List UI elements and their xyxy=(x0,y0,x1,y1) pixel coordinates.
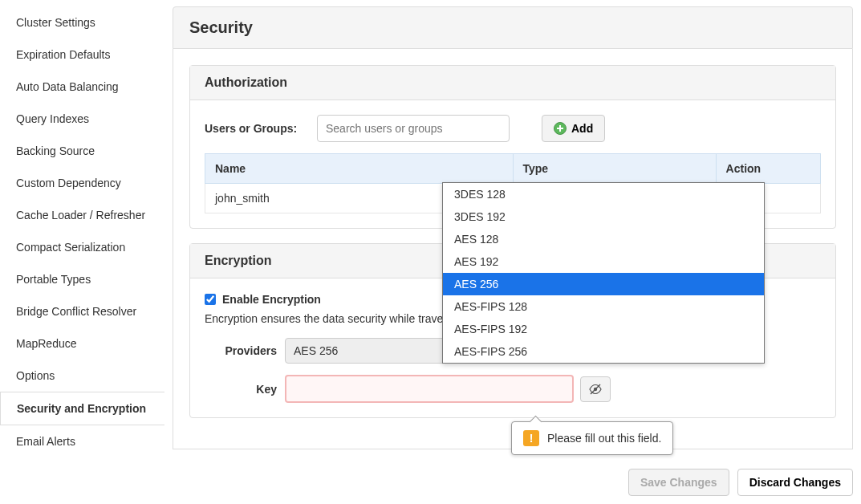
key-input[interactable] xyxy=(285,375,574,403)
tooltip-message: Please fill out this field. xyxy=(547,432,661,445)
users-groups-search-input[interactable] xyxy=(317,115,510,142)
dropdown-option-aes-fips-192[interactable]: AES-FIPS 192 xyxy=(443,318,764,340)
dropdown-option-aes-192[interactable]: AES 192 xyxy=(443,250,764,273)
providers-dropdown: 3DES 128 3DES 192 AES 128 AES 192 AES 25… xyxy=(442,182,765,364)
dropdown-option-3des-128[interactable]: 3DES 128 xyxy=(443,183,764,205)
users-groups-label: Users or Groups: xyxy=(205,122,317,135)
warning-icon: ! xyxy=(523,430,539,446)
save-changes-button[interactable]: Save Changes xyxy=(628,469,729,496)
sidebar-item-bridge-conflict-resolver[interactable]: Bridge Conflict Resolver xyxy=(0,295,164,327)
add-user-button[interactable]: Add xyxy=(542,115,605,142)
dropdown-option-aes-fips-256[interactable]: AES-FIPS 256 xyxy=(443,340,764,363)
footer-actions: Save Changes Discard Changes xyxy=(628,469,853,496)
eye-off-icon xyxy=(589,383,602,396)
sidebar-item-cluster-settings[interactable]: Cluster Settings xyxy=(0,6,164,39)
enable-encryption-checkbox[interactable] xyxy=(205,294,216,305)
col-type: Type xyxy=(513,154,716,184)
dropdown-option-aes-fips-128[interactable]: AES-FIPS 128 xyxy=(443,295,764,318)
plus-circle-icon xyxy=(554,122,567,135)
authorization-panel-title: Authorization xyxy=(190,66,835,100)
sidebar-item-options[interactable]: Options xyxy=(0,360,164,392)
sidebar-item-mapreduce[interactable]: MapReduce xyxy=(0,327,164,360)
dropdown-option-aes-128[interactable]: AES 128 xyxy=(443,228,764,250)
sidebar-item-expiration-defaults[interactable]: Expiration Defaults xyxy=(0,39,164,71)
col-action: Action xyxy=(716,154,820,184)
sidebar-item-security-encryption[interactable]: Security and Encryption xyxy=(0,392,164,425)
sidebar-item-auto-data-balancing[interactable]: Auto Data Balancing xyxy=(0,71,164,103)
add-button-label: Add xyxy=(571,122,593,135)
sidebar-item-backing-source[interactable]: Backing Source xyxy=(0,135,164,167)
sidebar: Cluster Settings Expiration Defaults Aut… xyxy=(0,0,164,504)
sidebar-item-custom-dependency[interactable]: Custom Dependency xyxy=(0,167,164,199)
sidebar-item-portable-types[interactable]: Portable Types xyxy=(0,263,164,295)
validation-tooltip: ! Please fill out this field. xyxy=(511,421,673,455)
col-name: Name xyxy=(205,154,514,184)
dropdown-option-aes-256[interactable]: AES 256 xyxy=(443,273,764,295)
main-content: Security Authorization Users or Groups: xyxy=(164,0,861,504)
page-title: Security xyxy=(189,18,836,37)
discard-changes-button[interactable]: Discard Changes xyxy=(737,469,853,496)
key-label: Key xyxy=(205,383,285,396)
svg-rect-2 xyxy=(557,128,563,129)
page-header: Security xyxy=(173,6,853,49)
sidebar-item-query-indexes[interactable]: Query Indexes xyxy=(0,103,164,135)
sidebar-item-compact-serialization[interactable]: Compact Serialization xyxy=(0,231,164,263)
providers-selected-value: AES 256 xyxy=(294,344,338,357)
dropdown-option-3des-192[interactable]: 3DES 192 xyxy=(443,205,764,228)
toggle-key-visibility-button[interactable] xyxy=(580,376,611,402)
sidebar-item-email-alerts[interactable]: Email Alerts xyxy=(0,425,164,457)
sidebar-item-cache-loader-refresher[interactable]: Cache Loader / Refresher xyxy=(0,199,164,231)
enable-encryption-label: Enable Encryption xyxy=(222,293,321,306)
providers-label: Providers xyxy=(205,344,285,357)
